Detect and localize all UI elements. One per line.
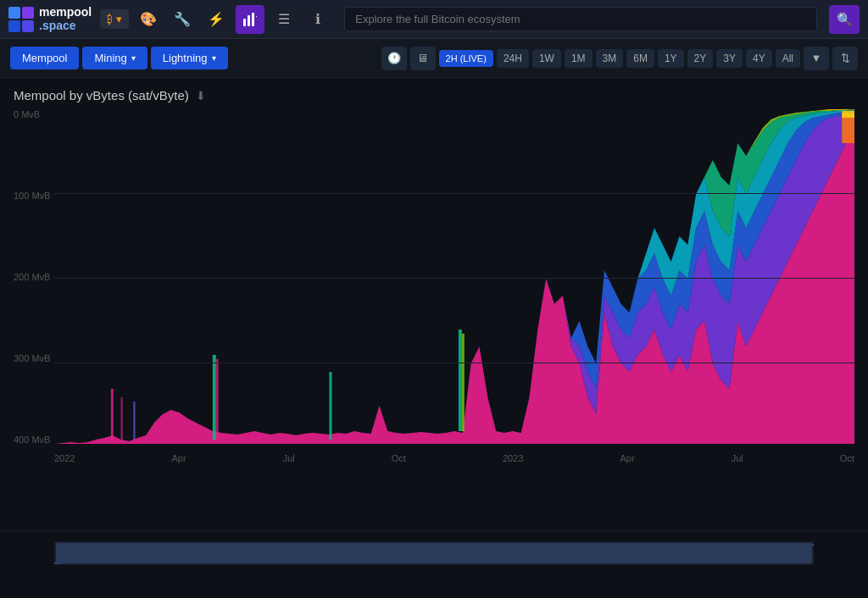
- wrench-icon-btn[interactable]: 🔧: [168, 5, 197, 34]
- chart-icon-btn[interactable]: [236, 5, 264, 34]
- download-icon[interactable]: ⬇: [196, 89, 206, 102]
- time-3m-btn[interactable]: 3M: [596, 49, 624, 68]
- mining-caret-icon: ▾: [131, 53, 136, 63]
- x-label-jul1: Jul: [283, 453, 295, 463]
- sort-icon-btn[interactable]: ⇅: [832, 47, 858, 70]
- x-label-jul2: Jul: [732, 453, 743, 463]
- time-1y-btn[interactable]: 1Y: [658, 49, 684, 68]
- svg-rect-2: [8, 20, 20, 32]
- logo-icon: [8, 7, 34, 32]
- time-all-btn[interactable]: All: [776, 49, 800, 68]
- time-4y-btn[interactable]: 4Y: [746, 49, 772, 68]
- svg-rect-13: [216, 359, 219, 440]
- filter-icon-btn[interactable]: ▼: [804, 47, 829, 70]
- x-label-2023: 2023: [503, 453, 523, 463]
- main-content: Mempool by vBytes (sat/vByte) ⬇ 400 MvB …: [0, 78, 868, 530]
- time-2h-btn[interactable]: 2H (LIVE): [439, 50, 493, 67]
- palette-icon-btn[interactable]: 🎨: [134, 5, 163, 34]
- bitcoin-icon: ₿: [107, 13, 113, 25]
- x-axis: 2022 Apr Jul Oct 2023 Apr Jul Oct: [54, 453, 854, 473]
- time-3y-btn[interactable]: 3Y: [716, 49, 743, 68]
- lightning-icon-btn[interactable]: ⚡: [202, 5, 231, 34]
- lightning-caret-icon: ▾: [212, 53, 216, 63]
- mining-nav-btn[interactable]: Mining ▾: [82, 47, 147, 69]
- scrollbar-thumb[interactable]: [56, 543, 812, 563]
- mempool-label: Mempool: [22, 52, 67, 64]
- x-label-apr1: Apr: [172, 453, 186, 463]
- time-6m-btn[interactable]: 6M: [626, 49, 654, 68]
- svg-rect-6: [252, 13, 254, 26]
- lightning-nav-btn[interactable]: Lightning ▾: [151, 47, 228, 69]
- x-label-oct2: Oct: [840, 453, 854, 463]
- y-label-0: 0 MvB: [14, 109, 54, 119]
- caret-icon: ▾: [116, 13, 122, 25]
- time-24h-btn[interactable]: 24H: [497, 49, 529, 68]
- svg-rect-7: [256, 16, 257, 17]
- svg-rect-17: [842, 114, 854, 143]
- y-label-400: 400 MvB: [14, 435, 54, 445]
- list-icon-btn[interactable]: ☰: [270, 5, 298, 34]
- clock-icon-btn[interactable]: 🕐: [381, 47, 407, 70]
- search-icon: 🔍: [837, 12, 853, 27]
- svg-rect-10: [121, 397, 123, 440]
- bitcoin-price-btn[interactable]: ₿ ▾: [100, 9, 129, 29]
- svg-rect-1: [22, 7, 34, 19]
- time-1w-btn[interactable]: 1W: [532, 49, 561, 68]
- y-label-200: 200 MvB: [14, 272, 54, 282]
- chart-title-text: Mempool by vBytes (sat/vByte): [14, 88, 189, 102]
- scrollbar-area: [0, 530, 868, 574]
- svg-rect-0: [8, 7, 20, 19]
- mining-label: Mining: [94, 52, 126, 64]
- svg-rect-5: [248, 15, 250, 26]
- logo[interactable]: mempool.space: [8, 6, 92, 32]
- search-input[interactable]: [344, 7, 817, 31]
- time-1m-btn[interactable]: 1M: [565, 49, 593, 68]
- main-navbar: Mempool Mining ▾ Lightning ▾ 🕐 🖥 2H (LIV…: [0, 39, 868, 78]
- x-label-apr2: Apr: [620, 453, 635, 463]
- svg-rect-4: [243, 19, 246, 26]
- chart-title-bar: Mempool by vBytes (sat/vByte) ⬇: [14, 88, 854, 102]
- svg-rect-15: [459, 329, 462, 431]
- y-label-300: 300 MvB: [14, 353, 54, 363]
- chart-svg: [54, 109, 854, 448]
- mempool-nav-btn[interactable]: Mempool: [10, 47, 79, 69]
- info-icon-btn[interactable]: ℹ: [303, 5, 332, 34]
- svg-rect-3: [22, 20, 34, 32]
- logo-text: mempool.space: [39, 6, 92, 32]
- app-header: mempool.space ₿ ▾ 🎨 🔧 ⚡ ☰ ℹ 🔍: [0, 0, 868, 39]
- svg-rect-16: [462, 334, 465, 431]
- svg-rect-12: [213, 355, 216, 440]
- svg-rect-9: [111, 389, 114, 440]
- svg-rect-14: [330, 372, 332, 440]
- x-label-2022: 2022: [54, 453, 75, 463]
- scrollbar-track[interactable]: [54, 541, 814, 565]
- x-label-oct1: Oct: [392, 453, 406, 463]
- svg-rect-11: [133, 401, 135, 440]
- lightning-label: Lightning: [163, 52, 208, 64]
- display-icon-btn[interactable]: 🖥: [410, 47, 436, 70]
- y-label-100: 100 MvB: [14, 191, 54, 201]
- search-button[interactable]: 🔍: [829, 5, 860, 34]
- time-2y-btn[interactable]: 2Y: [687, 49, 714, 68]
- svg-rect-18: [842, 111, 854, 118]
- chart-container: 400 MvB 300 MvB 200 MvB 100 MvB 0 MvB: [14, 109, 854, 473]
- y-axis: 400 MvB 300 MvB 200 MvB 100 MvB 0 MvB: [14, 109, 54, 448]
- chart-plot: [54, 109, 854, 448]
- time-controls: 🕐 🖥 2H (LIVE) 24H 1W 1M 3M 6M 1Y 2Y 3Y 4…: [381, 47, 858, 70]
